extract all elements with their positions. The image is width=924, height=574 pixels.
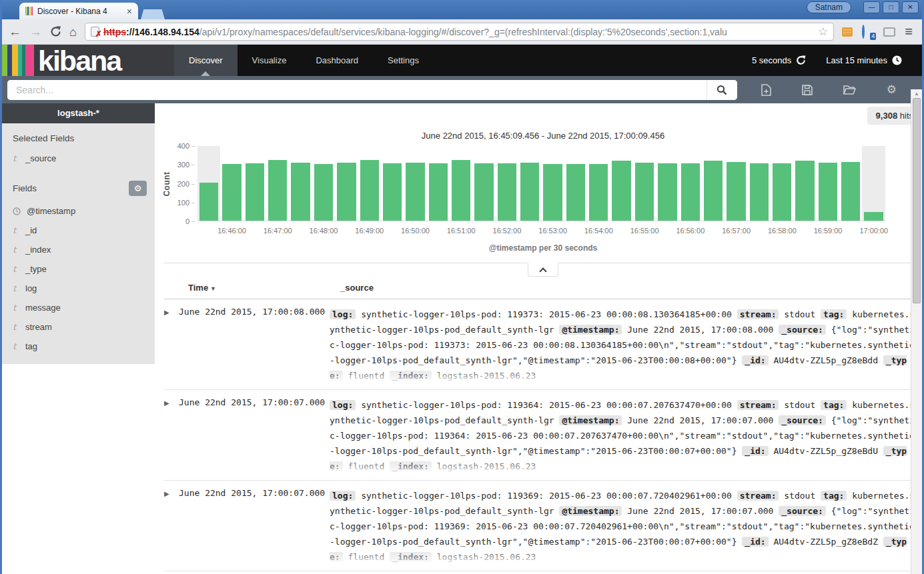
string-field-icon: t bbox=[13, 283, 19, 293]
histogram-bar[interactable] bbox=[566, 164, 585, 221]
histogram-bar[interactable] bbox=[383, 163, 402, 221]
discover-main: 9,308 hits June 22nd 2015, 16:45:09.456 … bbox=[155, 103, 922, 574]
histogram-bar[interactable] bbox=[498, 163, 516, 221]
histogram-bar[interactable] bbox=[819, 163, 837, 221]
histogram-bar[interactable] bbox=[429, 163, 448, 221]
histogram-bar[interactable] bbox=[635, 163, 654, 221]
histogram-bar[interactable] bbox=[704, 161, 723, 221]
table-row: ▶June 22nd 2015, 17:00:08.000log: synthe… bbox=[164, 299, 922, 390]
expand-row-icon[interactable]: ▶ bbox=[164, 307, 179, 383]
field-item-timestamp[interactable]: @timestamp bbox=[2, 201, 155, 221]
histogram-bar[interactable] bbox=[681, 163, 700, 221]
field-item-index[interactable]: t_index bbox=[2, 240, 155, 259]
histogram-bar[interactable] bbox=[199, 183, 218, 221]
scrollbar-up-arrow[interactable]: ▲ bbox=[911, 89, 922, 99]
reload-icon[interactable] bbox=[50, 26, 61, 37]
browser-tab[interactable]: Discover - Kibana 4 × bbox=[19, 3, 138, 19]
home-icon[interactable]: ⌂ bbox=[69, 26, 77, 38]
extension-hangouts-icon[interactable]: 4 bbox=[862, 26, 874, 38]
histogram-bar[interactable] bbox=[773, 163, 791, 221]
tab-close-icon[interactable]: × bbox=[127, 8, 132, 15]
index-pattern-selector[interactable]: logstash-* bbox=[2, 103, 155, 123]
histogram-bar[interactable] bbox=[337, 163, 356, 221]
histogram-bar[interactable] bbox=[795, 161, 814, 221]
bar-slot bbox=[541, 146, 564, 221]
histogram-bar[interactable] bbox=[474, 163, 493, 221]
open-search-icon[interactable] bbox=[843, 85, 856, 95]
histogram-bar[interactable] bbox=[612, 161, 630, 221]
new-tab-button[interactable] bbox=[141, 9, 165, 19]
histogram-bar[interactable] bbox=[360, 160, 379, 221]
cast-icon[interactable] bbox=[883, 27, 895, 37]
histogram-bar[interactable] bbox=[864, 212, 883, 221]
collapse-chart-button[interactable] bbox=[528, 263, 558, 277]
kibana-logo[interactable]: kibana bbox=[2, 45, 174, 76]
new-search-icon[interactable] bbox=[761, 84, 771, 96]
field-item-stream[interactable]: tstream bbox=[2, 317, 155, 337]
close-button[interactable]: ✕ bbox=[902, 1, 919, 13]
field-item-tag[interactable]: ttag bbox=[2, 337, 155, 356]
histogram-bar[interactable] bbox=[543, 164, 562, 221]
histogram-bar[interactable] bbox=[406, 163, 424, 221]
scrollbar-thumb[interactable] bbox=[913, 98, 921, 303]
histogram-bar[interactable] bbox=[291, 163, 310, 221]
minimize-button[interactable]: — bbox=[863, 1, 880, 13]
settings-gear-icon[interactable]: ⚙ bbox=[887, 84, 897, 95]
field-badge: tag: bbox=[821, 309, 847, 319]
time-column-header[interactable]: Time▼ bbox=[188, 283, 340, 293]
bar-slot bbox=[450, 146, 472, 221]
source-column-header: _source bbox=[340, 283, 922, 293]
time-range-picker[interactable]: Last 15 minutes bbox=[826, 55, 902, 65]
expand-row-icon[interactable]: ▶ bbox=[164, 397, 179, 474]
save-search-icon[interactable] bbox=[802, 85, 813, 95]
field-item-id[interactable]: t_id bbox=[2, 221, 155, 240]
histogram-bar[interactable] bbox=[589, 164, 608, 221]
histogram-bar[interactable] bbox=[750, 163, 769, 221]
profile-button[interactable]: Satnam bbox=[807, 1, 851, 13]
histogram-bar[interactable] bbox=[268, 160, 287, 221]
histogram-bar[interactable] bbox=[246, 163, 264, 221]
bookmark-star-icon[interactable]: ☆ bbox=[818, 25, 828, 39]
histogram-bar[interactable] bbox=[841, 162, 860, 221]
extension-icon-1[interactable] bbox=[842, 27, 853, 37]
search-button[interactable] bbox=[707, 80, 737, 100]
histogram-bar[interactable] bbox=[658, 163, 676, 221]
string-field-icon: t bbox=[13, 153, 19, 163]
histogram-bar[interactable] bbox=[452, 160, 470, 221]
field-badge: _id: bbox=[742, 355, 768, 365]
fields-list: @timestampt_idt_indext_typetlogtmessaget… bbox=[2, 199, 155, 359]
field-item-source[interactable]: t_source bbox=[2, 149, 155, 168]
bar-slot bbox=[518, 146, 541, 221]
maximize-button[interactable]: □ bbox=[883, 1, 899, 13]
refresh-interval-picker[interactable]: 5 seconds bbox=[752, 55, 806, 65]
field-settings-button[interactable]: ⚙ bbox=[129, 181, 147, 196]
nav-item-visualize[interactable]: Visualize bbox=[238, 45, 302, 76]
expand-row-icon[interactable]: ▶ bbox=[164, 488, 179, 565]
field-badge: _type: bbox=[330, 355, 907, 381]
back-icon[interactable]: ← bbox=[9, 25, 21, 38]
field-item-message[interactable]: tmessage bbox=[2, 298, 155, 317]
clock-field-icon bbox=[13, 207, 21, 215]
ssl-error-icon[interactable]: ✗ bbox=[91, 27, 99, 37]
histogram-bar[interactable] bbox=[314, 164, 333, 221]
field-item-log[interactable]: tlog bbox=[2, 279, 155, 298]
menu-icon[interactable]: ≡ bbox=[905, 24, 913, 39]
page-scrollbar[interactable]: ▲ bbox=[911, 89, 922, 574]
forward-icon: → bbox=[29, 25, 42, 38]
x-tick-label: 16:55:00 bbox=[630, 227, 659, 235]
nav-item-discover[interactable]: Discover bbox=[174, 45, 238, 76]
histogram-bar[interactable] bbox=[222, 164, 241, 221]
nav-item-settings[interactable]: Settings bbox=[373, 45, 434, 76]
search-input[interactable] bbox=[7, 80, 707, 100]
y-tick-label: 200 bbox=[177, 180, 189, 188]
field-item-type[interactable]: t_type bbox=[2, 259, 155, 279]
y-axis-title: Count bbox=[162, 171, 171, 196]
nav-item-dashboard[interactable]: Dashboard bbox=[301, 45, 373, 76]
bar-slot bbox=[496, 146, 518, 221]
kibana-logo-text: kibana bbox=[38, 46, 121, 75]
histogram-bar[interactable] bbox=[520, 163, 539, 221]
string-field-icon: t bbox=[13, 322, 19, 332]
url-bar[interactable]: ✗ https://146.148.94.154/api/v1/proxy/na… bbox=[85, 23, 834, 41]
histogram-bar[interactable] bbox=[727, 162, 745, 221]
field-badge: _id: bbox=[742, 537, 768, 547]
